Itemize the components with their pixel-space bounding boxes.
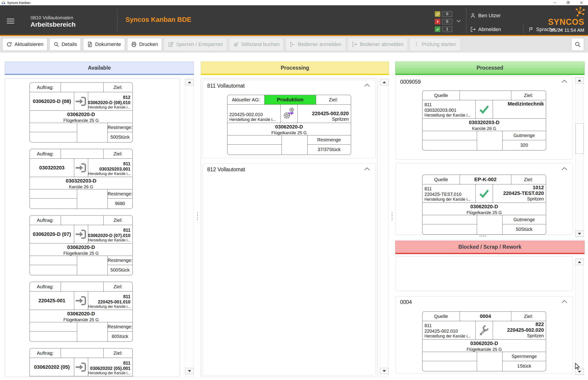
card-empty-cells bbox=[30, 123, 77, 142]
card-text-line: 811 bbox=[123, 161, 130, 167]
toolbar-button-bediener-abmelden[interactable]: Bediener abmelden bbox=[348, 38, 408, 51]
toolbar-button-drucken[interactable]: Drucken bbox=[127, 38, 162, 51]
toolbar-button-bediener-anmelden[interactable]: Bediener anmelden bbox=[285, 38, 345, 51]
collapse-chevron-icon[interactable] bbox=[364, 167, 370, 171]
group-header: 0009059 bbox=[395, 76, 573, 88]
scroll-up-button[interactable] bbox=[575, 77, 584, 83]
scroll-up-button[interactable] bbox=[575, 259, 584, 265]
card-text-line: Spritzen bbox=[332, 116, 349, 122]
toolbar-button-pruefung-starten[interactable]: Prüfung starten bbox=[410, 38, 460, 51]
card-body-row: 811220425-TEST.010Herstellung der Kanüle… bbox=[423, 184, 546, 203]
card-qty-cells: Gutmenge320 bbox=[502, 131, 546, 150]
scroll-down-button[interactable] bbox=[185, 368, 194, 374]
card-icon-cell bbox=[475, 100, 493, 118]
card-label-row: QuelleEP-K-002Ziel: bbox=[423, 175, 546, 184]
group-title: 812 Vollautomat bbox=[207, 167, 245, 173]
blocked-scrollbar[interactable] bbox=[575, 259, 584, 375]
empty-cell bbox=[423, 361, 477, 371]
card-label-row: Auftrag:Ziel: bbox=[30, 216, 132, 225]
group-0009059: 0009059 QuelleZiel:811030320203.001Herst… bbox=[395, 76, 573, 160]
card-empty-cells bbox=[423, 131, 477, 150]
kanban-card[interactable]: Quelle0004Ziel:811220425-002.010Herstell… bbox=[422, 311, 546, 372]
toolbar: AktualisierenDetailsDokumenteDruckenSper… bbox=[0, 36, 588, 53]
card-qty-row: Restmenge:500Stück bbox=[30, 123, 132, 142]
brand-molecule-icon bbox=[575, 6, 585, 17]
card-material-cell: 03062020-DFlügelkanüle 25 G bbox=[30, 243, 132, 256]
collapse-chevron-icon[interactable] bbox=[561, 80, 567, 83]
kanban-card[interactable]: Auftrag:Ziel:030620202 (05)811030620202 … bbox=[29, 348, 133, 377]
card-icon-cell bbox=[74, 291, 88, 310]
toolbar-button-sperren-entsperren[interactable]: Sperren / Entsperren bbox=[164, 38, 227, 51]
available-card-list: Auftrag:Ziel:03062020-D (08)81203062020-… bbox=[5, 78, 180, 377]
scroll-down-button[interactable] bbox=[380, 368, 389, 374]
kanban-card[interactable]: QuelleEP-K-002Ziel:811220425-TEST.010Her… bbox=[422, 174, 546, 235]
card-source-cell: 03062020-D (07) bbox=[30, 225, 74, 243]
card-text-line: 030620202 (05) bbox=[34, 364, 70, 370]
card-target-cell: 811220425-001.010Herstellung der Kanüle … bbox=[88, 291, 132, 310]
material-number: 03062020-D bbox=[423, 341, 546, 346]
production-icon bbox=[282, 107, 296, 121]
material-description: Kanüle 26 G bbox=[30, 184, 132, 190]
card-qty-row: Restmenge:9680 bbox=[30, 189, 132, 209]
qty-label: Restmenge bbox=[307, 135, 351, 145]
toolbar-button-details[interactable]: Details bbox=[49, 38, 81, 51]
material-number: 03062020-D bbox=[228, 124, 351, 130]
empty-cell bbox=[30, 331, 77, 341]
section-splitter-handle[interactable] bbox=[480, 236, 486, 237]
maximize-button[interactable] bbox=[561, 0, 575, 5]
scroll-up-button[interactable] bbox=[380, 79, 389, 85]
scroll-down-button[interactable] bbox=[575, 230, 584, 237]
kanban-card[interactable]: Aktueller AG:ProduktionZiel:220425-002.0… bbox=[227, 95, 351, 155]
card-source-cell: 220425-002.010Herstellung der Kanüle i..… bbox=[228, 105, 281, 123]
menu-icon[interactable] bbox=[7, 19, 14, 25]
card-label-left: Auftrag: bbox=[30, 149, 61, 158]
kanban-card[interactable]: Auftrag:Ziel:03062020-D (08)81203062020-… bbox=[29, 82, 133, 143]
toolbar-button-dokumente[interactable]: Dokumente bbox=[83, 38, 125, 51]
login-icon bbox=[289, 41, 295, 47]
toolbar-button-label: Bediener anmelden bbox=[298, 41, 341, 47]
processed-scrollbar[interactable] bbox=[575, 77, 584, 237]
toolbar-button-label: Dokumente bbox=[95, 41, 121, 47]
card-text-line: Herstellung der Kanüle i... bbox=[88, 238, 130, 243]
close-button[interactable] bbox=[575, 0, 588, 5]
scrollbar-thumb[interactable] bbox=[575, 123, 584, 154]
minimize-button[interactable] bbox=[548, 0, 561, 5]
card-label-row: Auftrag:Ziel: bbox=[30, 149, 132, 158]
card-material-cell: 03062020-DFlügelkanüle 25 G bbox=[423, 339, 546, 352]
kanban-card[interactable]: QuelleZiel:811030320203.001Herstellung d… bbox=[422, 90, 546, 151]
kanban-card[interactable]: Auftrag:Ziel:030320203811030320203.001He… bbox=[29, 149, 133, 209]
card-label-mid: 0004 bbox=[460, 312, 511, 321]
toolbar-button-aktualisieren[interactable]: Aktualisieren bbox=[2, 38, 47, 51]
column-splitter-handle[interactable] bbox=[391, 212, 393, 220]
card-text-line: 030320203.001 bbox=[99, 167, 130, 172]
card-text-line: Spritzen bbox=[527, 333, 544, 339]
kanban-card[interactable]: Auftrag:Ziel:03062020-D (07)81103062020-… bbox=[29, 215, 133, 275]
search-button[interactable] bbox=[571, 38, 584, 51]
card-qty-cells: Gutmenge50Stück bbox=[502, 215, 546, 234]
collapse-chevron-icon[interactable] bbox=[561, 167, 567, 170]
toolbar-button-stillstand-buchen[interactable]: Stillstand buchen bbox=[229, 38, 284, 51]
scroll-up-button[interactable] bbox=[185, 79, 194, 85]
column-splitter-handle[interactable] bbox=[196, 212, 199, 220]
card-body-row: 03062020-D (07)81103062020-D (07).010Her… bbox=[30, 225, 132, 243]
material-description: Kanüle 26 G bbox=[423, 126, 546, 131]
logout-button[interactable]: Abmelden bbox=[470, 26, 501, 32]
available-scrollbar[interactable] bbox=[185, 78, 194, 377]
card-text-line: Spritzen bbox=[527, 196, 544, 202]
empty-cell-mid bbox=[77, 190, 108, 209]
collapse-chevron-icon[interactable] bbox=[561, 300, 567, 303]
transfer-icon bbox=[75, 163, 87, 173]
collapse-chevron-icon[interactable] bbox=[364, 84, 370, 87]
card-body-row: 030320203811030320203.001Herstellung der… bbox=[30, 158, 132, 177]
card-text-line: 811 bbox=[425, 102, 474, 108]
kanban-card[interactable]: Auftrag:Ziel:220425-001811220425-001.010… bbox=[29, 282, 133, 342]
card-material-cell: 030620202-D bbox=[30, 376, 132, 377]
card-text-line: 811 bbox=[425, 323, 474, 328]
qty-label: Gutmenge bbox=[502, 131, 546, 140]
card-target-cell: 811030620202 (05).001Herstellung der Kan… bbox=[88, 358, 132, 376]
chevron-down-icon[interactable] bbox=[456, 18, 462, 24]
processing-scrollbar[interactable] bbox=[380, 78, 389, 377]
card-empty-cells bbox=[423, 352, 477, 371]
card-body-row: 220425-002.010Herstellung der Kanüle i..… bbox=[228, 104, 351, 123]
group-811-vollautomat: 811 Vollautomat Aktueller AG:ProduktionZ… bbox=[202, 80, 376, 158]
